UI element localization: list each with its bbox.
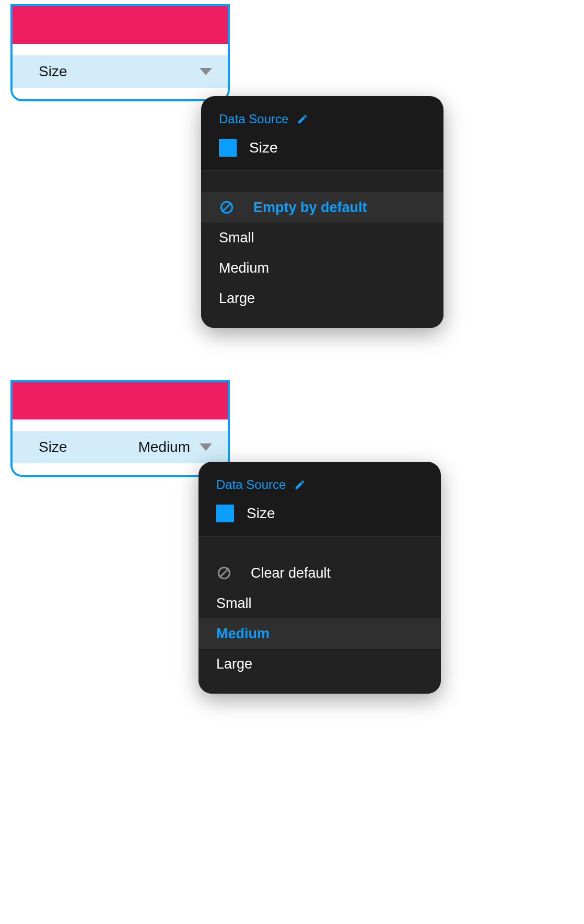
option-large[interactable]: Large bbox=[198, 649, 441, 679]
option-label: Small bbox=[219, 230, 426, 246]
null-icon bbox=[219, 200, 237, 215]
select-value: Medium bbox=[138, 439, 190, 455]
widget-header bbox=[13, 382, 228, 419]
size-select[interactable]: Size bbox=[13, 55, 228, 88]
option-label: Small bbox=[216, 595, 423, 612]
field-name: Size bbox=[247, 505, 275, 522]
option-label: Clear default bbox=[251, 565, 423, 581]
data-source-popover: Data Source Size Clear default Sma bbox=[198, 462, 441, 694]
svg-line-1 bbox=[222, 203, 231, 212]
size-select[interactable]: Size Medium bbox=[13, 431, 228, 463]
widget-header bbox=[13, 6, 228, 44]
options-list: Clear default Small Medium Large bbox=[198, 558, 441, 694]
option-small[interactable]: Small bbox=[201, 223, 443, 253]
select-label: Size bbox=[39, 439, 67, 455]
chevron-down-icon bbox=[200, 443, 212, 451]
svg-line-3 bbox=[219, 568, 229, 578]
edit-icon[interactable] bbox=[297, 113, 308, 125]
field-color-swatch bbox=[216, 505, 234, 522]
option-medium[interactable]: Medium bbox=[198, 618, 441, 649]
clear-default-option[interactable]: Clear default bbox=[198, 558, 441, 588]
data-source-heading: Data Source bbox=[219, 112, 288, 126]
option-label: Medium bbox=[219, 260, 426, 276]
empty-default-option[interactable]: Empty by default bbox=[201, 192, 443, 223]
option-label: Empty by default bbox=[253, 200, 426, 216]
chevron-down-icon bbox=[200, 68, 212, 75]
option-label: Medium bbox=[216, 626, 423, 642]
select-label: Size bbox=[39, 63, 67, 80]
option-small[interactable]: Small bbox=[198, 588, 441, 618]
options-list: Empty by default Small Medium Large bbox=[201, 192, 443, 328]
field-name: Size bbox=[249, 139, 277, 156]
widget-body: Size Medium bbox=[13, 419, 228, 475]
field-color-swatch bbox=[219, 139, 237, 157]
option-label: Large bbox=[219, 290, 426, 307]
option-label: Large bbox=[216, 656, 423, 672]
data-source-heading: Data Source bbox=[216, 477, 286, 492]
widget-body: Size bbox=[13, 44, 228, 99]
null-icon bbox=[216, 565, 234, 581]
edit-icon[interactable] bbox=[294, 479, 306, 490]
option-medium[interactable]: Medium bbox=[201, 253, 443, 283]
select-widget: Size bbox=[10, 4, 230, 101]
data-source-popover: Data Source Size Empty by default bbox=[201, 96, 443, 328]
option-large[interactable]: Large bbox=[201, 283, 443, 313]
select-widget: Size Medium bbox=[10, 380, 230, 477]
